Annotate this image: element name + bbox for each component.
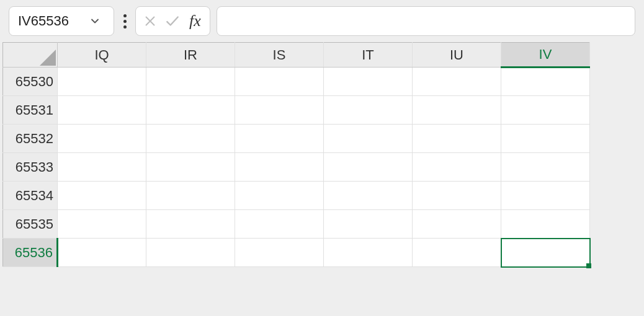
- name-box-input[interactable]: [18, 13, 86, 29]
- name-box[interactable]: [9, 6, 114, 36]
- formula-bar: fx: [0, 0, 644, 42]
- more-options-icon[interactable]: [120, 9, 129, 33]
- cell[interactable]: [501, 239, 590, 267]
- cell[interactable]: [413, 210, 501, 239]
- cell[interactable]: [501, 125, 590, 153]
- column-header[interactable]: IV: [501, 43, 590, 68]
- cell[interactable]: [324, 68, 413, 96]
- cell[interactable]: [235, 210, 324, 239]
- cell[interactable]: [146, 210, 235, 239]
- cell[interactable]: [501, 153, 590, 182]
- row-header[interactable]: 65531: [3, 96, 58, 125]
- cell[interactable]: [235, 96, 324, 125]
- chevron-down-icon[interactable]: [86, 12, 104, 30]
- cell[interactable]: [146, 153, 235, 182]
- row-header[interactable]: 65534: [3, 182, 58, 210]
- cell[interactable]: [146, 125, 235, 153]
- formula-input-wrap[interactable]: [217, 6, 635, 36]
- cell[interactable]: [501, 68, 590, 96]
- column-header[interactable]: IQ: [58, 43, 146, 68]
- cell[interactable]: [58, 210, 146, 239]
- cell[interactable]: [324, 182, 413, 210]
- select-all-corner[interactable]: [3, 43, 58, 68]
- confirm-icon[interactable]: [164, 13, 181, 29]
- spreadsheet-grid[interactable]: IQIRISITIUIV 655306553165532655336553465…: [2, 42, 590, 267]
- cell[interactable]: [324, 239, 413, 267]
- row-header[interactable]: 65535: [3, 210, 58, 239]
- cell[interactable]: [324, 153, 413, 182]
- cell[interactable]: [324, 96, 413, 125]
- cell[interactable]: [146, 68, 235, 96]
- sheet-area: IQIRISITIUIV 655306553165532655336553465…: [0, 42, 644, 267]
- cell[interactable]: [235, 182, 324, 210]
- cell[interactable]: [413, 68, 501, 96]
- cell[interactable]: [58, 125, 146, 153]
- cell[interactable]: [235, 153, 324, 182]
- row-header[interactable]: 65536: [3, 239, 58, 267]
- insert-function-icon[interactable]: fx: [188, 12, 202, 30]
- cell[interactable]: [58, 68, 146, 96]
- column-header[interactable]: IR: [146, 43, 235, 68]
- cell[interactable]: [146, 182, 235, 210]
- column-header[interactable]: IU: [413, 43, 501, 68]
- row-header[interactable]: 65530: [3, 68, 58, 96]
- formula-input[interactable]: [226, 14, 626, 29]
- column-header[interactable]: IT: [324, 43, 413, 68]
- row-header[interactable]: 65533: [3, 153, 58, 182]
- column-header[interactable]: IS: [235, 43, 324, 68]
- cell[interactable]: [235, 68, 324, 96]
- cell[interactable]: [413, 239, 501, 267]
- cell[interactable]: [58, 239, 146, 267]
- cell[interactable]: [324, 125, 413, 153]
- cell[interactable]: [58, 153, 146, 182]
- formula-controls: fx: [135, 6, 210, 36]
- cell[interactable]: [235, 239, 324, 267]
- row-header[interactable]: 65532: [3, 125, 58, 153]
- cell[interactable]: [413, 153, 501, 182]
- cell[interactable]: [235, 125, 324, 153]
- cell[interactable]: [146, 239, 235, 267]
- cancel-icon[interactable]: [143, 14, 157, 28]
- cell[interactable]: [58, 96, 146, 125]
- cell[interactable]: [146, 96, 235, 125]
- cell[interactable]: [501, 210, 590, 239]
- select-all-triangle-icon: [40, 50, 56, 66]
- cell[interactable]: [413, 182, 501, 210]
- cell[interactable]: [413, 96, 501, 125]
- cell[interactable]: [501, 182, 590, 210]
- cell[interactable]: [501, 96, 590, 125]
- cell[interactable]: [58, 182, 146, 210]
- cell[interactable]: [413, 125, 501, 153]
- cell[interactable]: [324, 210, 413, 239]
